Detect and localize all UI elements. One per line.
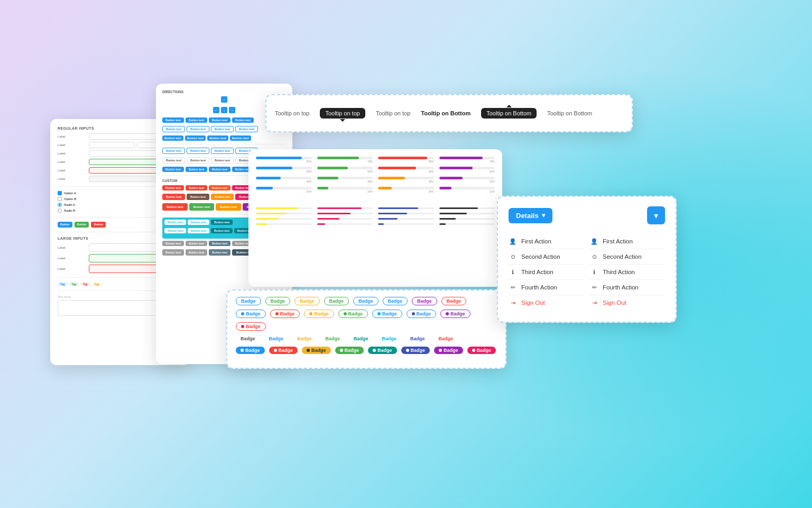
badge-solid-yellow[interactable]: Badge xyxy=(302,347,331,354)
form-input[interactable] xyxy=(89,142,135,148)
action-item-fourth[interactable]: ✏ Fourth Action xyxy=(509,280,584,295)
button-green-lg[interactable]: Button text xyxy=(189,203,215,211)
action-item-first[interactable]: 👤 First Action xyxy=(509,234,584,249)
arrow-left[interactable]: ← xyxy=(213,107,219,113)
badge-solid-green[interactable]: Badge xyxy=(335,347,364,354)
badge-green-outline[interactable]: Badge xyxy=(265,297,291,305)
button-red[interactable]: Button text xyxy=(162,185,184,190)
checkbox-unchecked[interactable] xyxy=(58,197,62,201)
button-outline[interactable]: Button text xyxy=(211,148,234,154)
badge-teal-outline[interactable]: Badge xyxy=(324,297,349,305)
progress-value: 42% xyxy=(439,180,495,183)
button-outline[interactable]: Button text xyxy=(162,148,185,154)
action-item-third-right[interactable]: ℹ Third Action xyxy=(590,265,665,280)
button-teal-dark[interactable]: Button text xyxy=(211,220,233,225)
badge-dot-purple[interactable]: Badge xyxy=(440,310,470,318)
badge-plain-teal[interactable]: Badge xyxy=(349,335,373,342)
button-gray-lg[interactable]: Button text xyxy=(186,249,207,256)
button-blue[interactable]: Button text xyxy=(209,117,230,123)
button-gray[interactable]: Button text xyxy=(186,241,207,246)
button-outline[interactable]: Button text xyxy=(187,148,209,154)
button-outline-blue[interactable]: Button text xyxy=(211,126,234,132)
chevron-dropdown-button[interactable]: ▾ xyxy=(647,206,665,224)
button-gray[interactable]: Button text xyxy=(162,241,184,246)
button-light[interactable]: Button text xyxy=(162,157,185,164)
details-button[interactable]: Details ▾ xyxy=(509,208,552,223)
button-blue[interactable]: Button text xyxy=(186,117,207,123)
badge-plain-cyan[interactable]: Badge xyxy=(377,335,402,342)
button-gray-lg[interactable]: Button text xyxy=(162,249,184,256)
button-small-blue[interactable]: Button text xyxy=(162,135,183,141)
badge-solid-indigo[interactable]: Badge xyxy=(401,347,430,354)
badge-plain-yellow[interactable]: Badge xyxy=(292,335,317,342)
button-red[interactable]: Button text xyxy=(186,185,207,190)
button-small-blue[interactable]: Button text xyxy=(230,135,251,141)
button-light[interactable]: Button text xyxy=(187,157,209,164)
arrow-up[interactable]: ↑ xyxy=(221,96,227,103)
button-brown[interactable]: Button text xyxy=(187,194,209,200)
badge-dot-yellow[interactable]: Badge xyxy=(304,310,334,318)
button-blue[interactable]: Button text xyxy=(232,117,254,123)
button-teal-inverse[interactable]: Button text xyxy=(188,220,209,225)
badge-plain-green[interactable]: Badge xyxy=(321,335,345,342)
badge-solid-pink[interactable]: Badge xyxy=(467,347,496,354)
button-teal-inverse[interactable]: Button text xyxy=(188,228,209,233)
button-teal-inverse[interactable]: Button text xyxy=(164,228,186,233)
button-red-lg[interactable]: Button text xyxy=(162,203,188,211)
badge-cyan-outline[interactable]: Badge xyxy=(353,297,379,305)
action-item-signout-right[interactable]: ⇥ Sign Out xyxy=(590,295,665,310)
badge-indigo-outline[interactable]: Badge xyxy=(383,297,408,305)
action-item-third[interactable]: ℹ Third Action xyxy=(509,265,584,280)
badge-red-outline[interactable]: Badge xyxy=(441,297,467,305)
action-item-second-right[interactable]: ⊙ Second Action xyxy=(590,249,665,265)
button-blue[interactable]: Button text xyxy=(162,167,184,172)
button-light[interactable]: Button text xyxy=(211,157,234,164)
badge-plain-blue[interactable]: Badge xyxy=(264,335,289,342)
button-orange-lg[interactable]: Button text xyxy=(216,203,241,211)
action-item-fourth-right[interactable]: ✏ Fourth Action xyxy=(590,280,665,295)
badge-solid-red[interactable]: Badge xyxy=(269,347,298,354)
badge-plain-indigo[interactable]: Badge xyxy=(405,335,430,342)
badge-dot-green[interactable]: Badge xyxy=(338,310,368,318)
button-orange[interactable]: Button text xyxy=(211,194,234,200)
button-blue[interactable]: Button text xyxy=(162,117,184,123)
badge-plain-red[interactable]: Badge xyxy=(434,335,458,342)
arrow-down[interactable]: ↓ xyxy=(221,107,227,113)
button-outline-blue[interactable]: Button text xyxy=(235,126,258,132)
action-item-signout-left[interactable]: ⇥ Sign Out xyxy=(509,295,584,310)
mini-button-red[interactable]: Button xyxy=(91,222,106,228)
radio-unchecked[interactable] xyxy=(58,208,62,213)
badge-blue-outline[interactable]: Badge xyxy=(236,297,261,305)
button-deep-orange[interactable]: Button text xyxy=(209,185,230,190)
button-blue-gray-lg[interactable]: Button text xyxy=(209,249,230,256)
button-outline-blue[interactable]: Button text xyxy=(187,126,209,132)
badge-dot-blue[interactable]: Badge xyxy=(236,310,266,318)
button-small-blue[interactable]: Button text xyxy=(207,135,228,141)
button-red-md[interactable]: Button text xyxy=(162,194,185,200)
form-label: Label xyxy=(58,135,87,138)
action-item-second[interactable]: ⊙ Second Action xyxy=(509,249,584,265)
badge-dot-cyan[interactable]: Badge xyxy=(372,310,402,318)
button-teal-inverse[interactable]: Button text xyxy=(164,220,186,225)
badge-solid-teal[interactable]: Badge xyxy=(368,347,397,354)
button-blue-gray[interactable]: Button text xyxy=(209,241,230,246)
badge-solid-blue[interactable]: Badge xyxy=(236,347,265,354)
badge-dot-red[interactable]: Badge xyxy=(270,310,300,318)
mini-button-green[interactable]: Button xyxy=(75,222,89,228)
button-outline-blue[interactable]: Button text xyxy=(162,126,185,132)
checkbox-checked[interactable] xyxy=(58,191,62,195)
button-blue[interactable]: Button text xyxy=(186,167,207,172)
radio-checked[interactable] xyxy=(58,203,62,207)
arrow-right[interactable]: → xyxy=(229,107,235,113)
badge-yellow-outline[interactable]: Badge xyxy=(294,297,320,305)
badge-purple-outline[interactable]: Badge xyxy=(412,297,437,305)
badge-plain-gray[interactable]: Badge xyxy=(236,335,260,342)
button-teal-dark[interactable]: Button text xyxy=(211,228,233,233)
button-small-blue[interactable]: Button text xyxy=(185,135,206,141)
badge-solid-purple[interactable]: Badge xyxy=(434,347,463,354)
badge-dot-pink[interactable]: Badge xyxy=(236,322,266,331)
action-item-first-right[interactable]: 👤 First Action xyxy=(590,234,665,249)
mini-button-blue[interactable]: Button xyxy=(58,222,72,228)
badge-dot-indigo[interactable]: Badge xyxy=(407,310,437,318)
button-blue[interactable]: Button text xyxy=(209,167,230,172)
